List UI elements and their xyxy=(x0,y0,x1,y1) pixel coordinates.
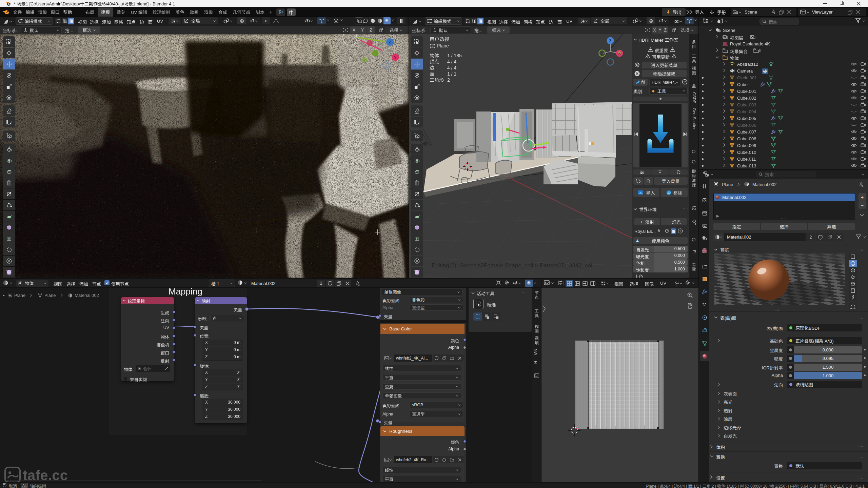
svg-text:Z: Z xyxy=(389,40,391,44)
svg-text:Editing(2): Genesis2Female.Sha: Editing(2): Genesis2Female.Shape_cnil > … xyxy=(432,262,594,269)
svg-text:Y: Y xyxy=(394,55,397,59)
svg-text:?: ? xyxy=(684,80,686,84)
svg-text:Z: Z xyxy=(609,39,612,43)
svg-text:X: X xyxy=(618,52,621,55)
svg-text:?: ? xyxy=(679,229,681,233)
